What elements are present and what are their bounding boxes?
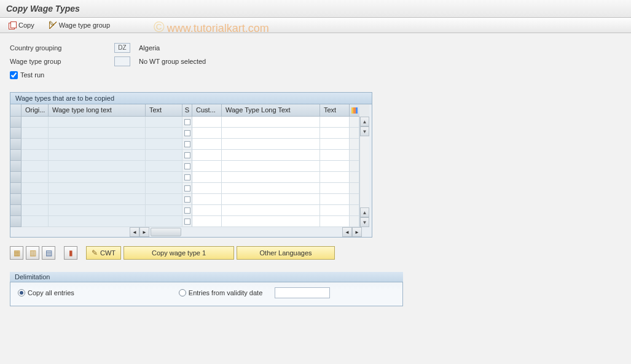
cell[interactable]	[22, 150, 49, 161]
test-run-checkbox[interactable]	[10, 71, 18, 79]
hscroll-right-btn[interactable]: ►	[139, 227, 149, 237]
row-selector[interactable]	[10, 117, 22, 128]
table-config-button[interactable]	[350, 104, 359, 117]
cwt-button[interactable]: ✎ CWT	[86, 246, 121, 260]
cell[interactable]	[222, 172, 320, 183]
s-cell[interactable]	[182, 205, 192, 216]
cell[interactable]	[320, 139, 350, 150]
hscroll-right-btn2[interactable]: ►	[352, 227, 362, 237]
row-selector[interactable]	[10, 205, 22, 216]
delete-button[interactable]: ▮	[64, 246, 77, 260]
cell[interactable]	[22, 172, 49, 183]
col-customer[interactable]: Cust...	[192, 104, 222, 117]
col-original[interactable]: Origi...	[22, 104, 49, 117]
cell[interactable]	[192, 205, 222, 216]
other-languages-button[interactable]: Other Languages	[237, 246, 335, 260]
row-selector[interactable]	[10, 194, 22, 205]
hscroll-thumb[interactable]	[151, 228, 181, 236]
s-cell[interactable]	[182, 194, 192, 205]
cell[interactable]	[222, 205, 320, 216]
vertical-scrollbar[interactable]: ▲ ▼ ▲ ▼	[359, 117, 369, 227]
s-cell[interactable]	[182, 150, 192, 161]
cell[interactable]	[222, 194, 320, 205]
list-button[interactable]: ▤	[42, 246, 55, 260]
cell[interactable]	[22, 216, 49, 227]
deselect-all-icon: ▥	[29, 249, 36, 257]
cell[interactable]	[22, 194, 49, 205]
cell[interactable]	[22, 117, 49, 128]
row-selector[interactable]	[10, 172, 22, 183]
cell[interactable]	[320, 183, 350, 194]
cell[interactable]	[192, 172, 222, 183]
s-cell[interactable]	[182, 183, 192, 194]
copy-wage-type-1-button[interactable]: Copy wage type 1	[123, 246, 234, 260]
row-selector[interactable]	[10, 150, 22, 161]
scroll-down-icon[interactable]: ▼	[360, 126, 369, 136]
col-longtext-left[interactable]: Wage type long text	[49, 104, 146, 117]
cell[interactable]	[222, 117, 320, 128]
cell	[350, 205, 359, 216]
country-grouping-label: Country grouping	[10, 44, 114, 52]
cell[interactable]	[222, 216, 320, 227]
s-cell[interactable]	[182, 161, 192, 172]
copy-button[interactable]: Copy	[6, 20, 37, 30]
scroll-up-icon[interactable]: ▲	[360, 117, 369, 126]
cell[interactable]	[192, 139, 222, 150]
s-cell[interactable]	[182, 117, 192, 128]
wage-type-group-field[interactable]	[114, 56, 130, 66]
cell[interactable]	[222, 139, 320, 150]
validity-date-field[interactable]	[275, 287, 330, 298]
row-selector[interactable]	[10, 139, 22, 150]
scroll-down2-icon[interactable]: ▼	[360, 217, 369, 227]
s-cell[interactable]	[182, 172, 192, 183]
cell[interactable]	[192, 128, 222, 139]
col-text-left[interactable]: Text	[146, 104, 182, 117]
select-all-button[interactable]: ▦	[10, 246, 23, 260]
row-selector[interactable]	[10, 128, 22, 139]
col-longtext-right[interactable]: Wage Type Long Text	[222, 104, 320, 117]
cell[interactable]	[192, 183, 222, 194]
cell	[350, 117, 359, 128]
cell[interactable]	[320, 194, 350, 205]
wage-type-group-button[interactable]: Wage type group	[47, 20, 112, 30]
cell	[49, 139, 146, 150]
cell[interactable]	[22, 161, 49, 172]
cell[interactable]	[22, 183, 49, 194]
col-text-right[interactable]: Text	[320, 104, 350, 117]
copy-all-entries-radio[interactable]: Copy all entries	[18, 289, 74, 296]
deselect-all-button[interactable]: ▥	[26, 246, 39, 260]
scroll-up2-icon[interactable]: ▲	[360, 207, 369, 217]
hscroll-left-btn2[interactable]: ◄	[342, 227, 352, 237]
country-grouping-field[interactable]: DZ	[114, 43, 130, 53]
row-selector[interactable]	[10, 183, 22, 194]
cell[interactable]	[192, 150, 222, 161]
cell[interactable]	[320, 172, 350, 183]
s-cell[interactable]	[182, 128, 192, 139]
cell[interactable]	[222, 161, 320, 172]
row-selector-header[interactable]	[10, 104, 22, 117]
cell[interactable]	[222, 150, 320, 161]
cell[interactable]	[320, 161, 350, 172]
s-cell[interactable]	[182, 139, 192, 150]
row-selector[interactable]	[10, 161, 22, 172]
cell[interactable]	[192, 117, 222, 128]
cell[interactable]	[320, 205, 350, 216]
cell[interactable]	[222, 128, 320, 139]
s-cell[interactable]	[182, 216, 192, 227]
cell[interactable]	[22, 205, 49, 216]
cell[interactable]	[320, 216, 350, 227]
cell[interactable]	[192, 216, 222, 227]
cell[interactable]	[320, 128, 350, 139]
entries-from-date-radio[interactable]: Entries from validity date	[179, 289, 262, 296]
cell[interactable]	[192, 194, 222, 205]
cell	[49, 205, 146, 216]
cell[interactable]	[192, 161, 222, 172]
cell[interactable]	[22, 139, 49, 150]
row-selector[interactable]	[10, 216, 22, 227]
hscroll-left-btn[interactable]: ◄	[130, 227, 139, 237]
cell[interactable]	[320, 150, 350, 161]
cell[interactable]	[222, 183, 320, 194]
col-s[interactable]: S	[182, 104, 192, 117]
cell[interactable]	[320, 117, 350, 128]
cell[interactable]	[22, 128, 49, 139]
